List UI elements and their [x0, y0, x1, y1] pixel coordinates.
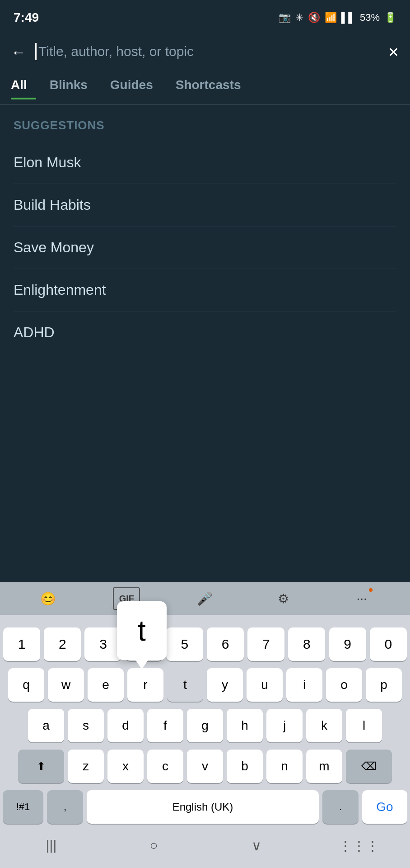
period-key[interactable]: . — [322, 790, 359, 824]
battery-percent: 53% — [360, 12, 380, 24]
navigation-bar: ||| ○ ∨ ⋮⋮⋮ — [0, 827, 410, 868]
battery-icon: 🔋 — [384, 12, 396, 24]
nav-recent-button[interactable]: ⋮⋮⋮ — [341, 832, 377, 859]
more-button[interactable]: ··· — [348, 587, 375, 610]
key-2[interactable]: 2 — [44, 627, 81, 661]
nav-back-button[interactable]: ∨ — [238, 832, 275, 859]
key-5[interactable]: 5 — [166, 627, 203, 661]
key-popup-area: t 1 2 3 4 5 6 7 8 9 0 — [0, 615, 410, 665]
backspace-button[interactable]: ⌫ — [346, 750, 392, 783]
key-z[interactable]: z — [68, 750, 104, 783]
key-f[interactable]: f — [147, 709, 183, 742]
tab-shortcasts[interactable]: Shortcasts — [167, 78, 250, 99]
keyboard-row-1: q w e r t y u i o p — [0, 665, 410, 705]
keyboard-area: 😊 GIF 🎤 ⚙ ··· t 1 2 3 4 5 6 7 8 9 0 q w … — [0, 582, 410, 868]
camera-icon: 📷 — [279, 12, 291, 24]
key-p[interactable]: p — [366, 668, 402, 702]
key-3[interactable]: 3 — [84, 627, 121, 661]
bluetooth-icon: ✳ — [295, 12, 303, 24]
keyboard-bottom-row: !#1 , English (UK) . Go — [0, 787, 410, 827]
space-key[interactable]: English (UK) — [87, 790, 319, 824]
wifi-icon: 📶 — [325, 12, 337, 24]
key-n[interactable]: n — [266, 750, 303, 783]
key-0[interactable]: 0 — [370, 627, 407, 661]
key-e[interactable]: e — [88, 668, 124, 702]
key-7[interactable]: 7 — [247, 627, 284, 661]
key-m[interactable]: m — [306, 750, 342, 783]
key-1[interactable]: 1 — [3, 627, 40, 661]
tabs-container: All Blinks Guides Shortcasts — [0, 72, 410, 105]
suggestions-area: Suggestions Elon Musk Build Habits Save … — [0, 105, 410, 582]
key-i[interactable]: i — [286, 668, 322, 702]
key-l[interactable]: l — [346, 709, 382, 742]
suggestion-build-habits[interactable]: Build Habits — [14, 184, 396, 226]
search-input-container[interactable]: Title, author, host, or topic — [35, 40, 379, 64]
key-y[interactable]: y — [207, 668, 243, 702]
key-j[interactable]: j — [266, 709, 303, 742]
back-button[interactable]: ← — [11, 43, 26, 61]
settings-button[interactable]: ⚙ — [270, 587, 297, 610]
key-6[interactable]: 6 — [207, 627, 244, 661]
tab-blinks[interactable]: Blinks — [41, 78, 97, 99]
key-popup: t — [117, 601, 167, 660]
shift-button[interactable]: ⬆ — [18, 750, 64, 783]
key-o[interactable]: o — [326, 668, 362, 702]
key-9[interactable]: 9 — [329, 627, 366, 661]
tab-all[interactable]: All — [11, 78, 36, 99]
status-icons: 📷 ✳ 🔇 📶 ▌▌ 53% 🔋 — [279, 12, 396, 24]
key-b[interactable]: b — [227, 750, 263, 783]
clear-button[interactable]: ✕ — [388, 44, 399, 60]
number-row: 1 2 3 4 5 6 7 8 9 0 — [0, 624, 410, 665]
key-k[interactable]: k — [306, 709, 342, 742]
go-button[interactable]: Go — [362, 790, 407, 824]
key-q[interactable]: q — [8, 668, 44, 702]
keyboard-row-2: a s d f g h j k l — [0, 705, 410, 746]
key-t[interactable]: t — [167, 668, 203, 702]
status-bar: 7:49 📷 ✳ 🔇 📶 ▌▌ 53% 🔋 — [0, 0, 410, 32]
suggestions-label: Suggestions — [14, 118, 396, 132]
status-time: 7:49 — [14, 10, 39, 25]
suggestion-elon-musk[interactable]: Elon Musk — [14, 142, 396, 184]
key-a[interactable]: a — [28, 709, 64, 742]
key-u[interactable]: u — [247, 668, 283, 702]
keyboard-toolbar: 😊 GIF 🎤 ⚙ ··· — [0, 582, 410, 615]
mute-icon: 🔇 — [308, 12, 320, 24]
key-v[interactable]: v — [187, 750, 223, 783]
key-s[interactable]: s — [68, 709, 104, 742]
nav-home-button[interactable]: ○ — [136, 832, 172, 859]
key-d[interactable]: d — [107, 709, 144, 742]
key-c[interactable]: c — [147, 750, 183, 783]
special-chars-button[interactable]: !#1 — [3, 790, 43, 824]
key-w[interactable]: w — [48, 668, 84, 702]
key-g[interactable]: g — [187, 709, 223, 742]
search-placeholder: Title, author, host, or topic — [38, 44, 194, 59]
key-r[interactable]: r — [127, 668, 163, 702]
tab-guides[interactable]: Guides — [101, 78, 162, 99]
key-x[interactable]: x — [107, 750, 144, 783]
key-8[interactable]: 8 — [288, 627, 325, 661]
mic-button[interactable]: 🎤 — [191, 587, 219, 610]
search-bar: ← Title, author, host, or topic ✕ — [0, 32, 410, 72]
suggestion-save-money[interactable]: Save Money — [14, 226, 396, 269]
key-h[interactable]: h — [227, 709, 263, 742]
comma-key[interactable]: , — [47, 790, 83, 824]
signal-icon: ▌▌ — [341, 12, 355, 24]
suggestion-adhd[interactable]: ADHD — [14, 311, 396, 354]
suggestion-enlightenment[interactable]: Enlightenment — [14, 269, 396, 311]
keyboard-row-3: ⬆ z x c v b n m ⌫ — [0, 746, 410, 787]
nav-menu-button[interactable]: ||| — [33, 832, 70, 859]
text-cursor — [35, 43, 37, 60]
emoji-button[interactable]: 😊 — [35, 587, 62, 610]
